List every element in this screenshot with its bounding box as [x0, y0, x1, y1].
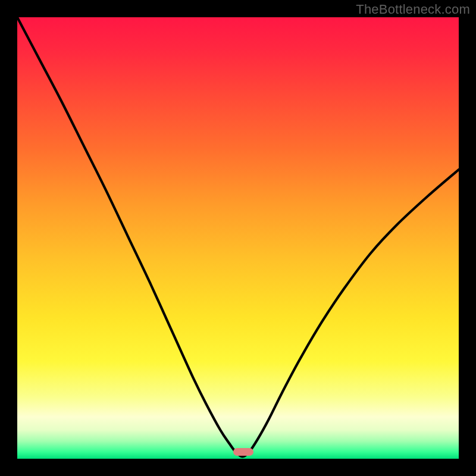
chart-root: TheBottleneck.com — [0, 0, 476, 476]
bottleneck-curve — [17, 17, 459, 459]
plot-area — [17, 17, 459, 459]
watermark-text: TheBottleneck.com — [356, 2, 470, 17]
optimal-marker — [233, 448, 253, 456]
